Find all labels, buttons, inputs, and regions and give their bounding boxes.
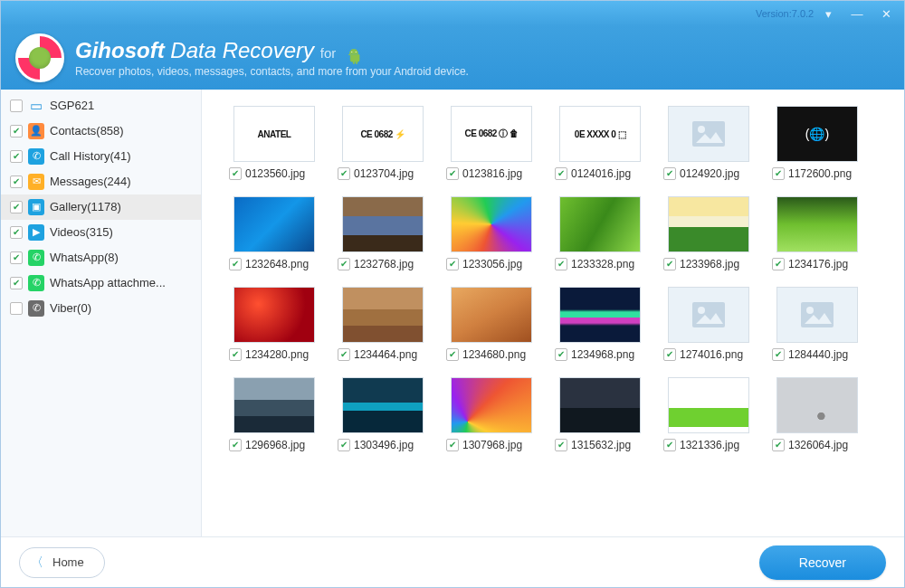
thumbnail-cell[interactable]: 1321336.jpg (658, 377, 759, 451)
checkbox[interactable] (772, 167, 785, 180)
file-name: 1315632.jpg (571, 439, 631, 451)
thumbnail-cell[interactable]: 1326064.jpg (767, 377, 868, 451)
sidebar-item-video[interactable]: ▶Videos(315) (1, 220, 201, 245)
dropdown-button[interactable]: ▾ (814, 1, 843, 26)
checkbox[interactable] (229, 348, 242, 361)
thumbnail-image (233, 196, 315, 252)
checkbox[interactable] (10, 100, 23, 112)
close-button[interactable]: ✕ (872, 1, 900, 26)
sidebar-item-viber[interactable]: ✆Viber(0) (1, 296, 201, 321)
contacts-icon: 👤 (28, 123, 44, 139)
thumbnail-cell[interactable]: 1303496.jpg (332, 377, 433, 451)
thumbnail-cell[interactable]: ANATEL0123560.jpg (224, 106, 325, 180)
thumbnail-image: CE 0682 ⚡ (342, 106, 424, 162)
sidebar-item-contacts[interactable]: 👤Contacts(858) (1, 119, 201, 144)
checkbox[interactable] (229, 167, 242, 180)
checkbox[interactable] (446, 167, 459, 180)
thumbnail-cell[interactable]: 1234464.png (332, 287, 433, 361)
file-name: 1234680.png (462, 348, 526, 361)
sidebar-item-msg[interactable]: ✉Messages(244) (1, 169, 201, 194)
sidebar-device[interactable]: ▭ SGP621 (1, 93, 201, 119)
checkbox[interactable] (338, 439, 350, 451)
checkbox[interactable] (772, 348, 785, 361)
android-icon (346, 44, 362, 61)
checkbox[interactable] (338, 348, 350, 361)
thumbnail-cell[interactable]: 1233056.jpg (441, 196, 542, 270)
header: Gihosoft Data Recovery for Recover photo… (1, 26, 904, 90)
thumbnail-cell[interactable]: 1307968.jpg (441, 377, 542, 451)
sidebar: ▭ SGP621 👤Contacts(858)✆Call History(41)… (1, 90, 202, 536)
sidebar-item-call[interactable]: ✆Call History(41) (1, 144, 201, 169)
checkbox[interactable] (446, 348, 459, 361)
checkbox[interactable] (555, 258, 567, 270)
checkbox[interactable] (338, 258, 350, 270)
checkbox[interactable] (555, 439, 567, 451)
device-label: SGP621 (50, 99, 94, 112)
video-icon: ▶ (28, 224, 44, 241)
checkbox[interactable] (446, 258, 459, 270)
msg-icon: ✉ (28, 174, 44, 190)
checkbox[interactable] (10, 277, 23, 289)
thumbnail-cell[interactable]: 1274016.png (658, 287, 759, 361)
recover-button[interactable]: Recover (759, 545, 886, 580)
thumbnail-image (342, 196, 424, 252)
file-name: 1307968.jpg (462, 439, 522, 451)
sidebar-item-label: WhatsApp attachme... (50, 276, 166, 289)
sidebar-item-label: Videos(315) (50, 225, 113, 239)
sidebar-item-gallery[interactable]: ▣Gallery(1178) (1, 194, 201, 220)
checkbox[interactable] (663, 167, 676, 180)
checkbox[interactable] (772, 439, 785, 451)
checkbox[interactable] (229, 258, 242, 270)
minimize-button[interactable]: — (843, 1, 872, 26)
checkbox[interactable] (10, 226, 23, 239)
thumbnail-cell[interactable]: 1233968.jpg (658, 196, 759, 270)
thumbnail-cell[interactable]: 1234176.jpg (767, 196, 868, 270)
checkbox[interactable] (663, 258, 676, 270)
sidebar-item-label: WhatsApp(8) (50, 251, 119, 264)
thumbnail-cell[interactable]: 1232768.jpg (332, 196, 433, 270)
checkbox[interactable] (338, 167, 350, 180)
checkbox[interactable] (446, 439, 459, 451)
checkbox[interactable] (663, 348, 676, 361)
checkbox[interactable] (555, 167, 567, 180)
thumbnail-cell[interactable]: 1234680.png (441, 287, 542, 361)
sidebar-item-whatsapp[interactable]: ✆WhatsApp attachme... (1, 270, 201, 296)
checkbox[interactable] (10, 125, 23, 138)
thumbnail-cell[interactable]: 1234280.png (224, 287, 325, 361)
file-name: 1234176.jpg (788, 258, 848, 270)
app-subtitle: Recover photos, videos, messages, contac… (75, 65, 469, 78)
thumbnail-cell[interactable]: 1315632.jpg (549, 377, 651, 451)
checkbox[interactable] (10, 201, 23, 213)
thumbnail-cell[interactable]: 1234968.png (549, 287, 651, 361)
sidebar-item-label: Gallery(1178) (50, 200, 121, 213)
checkbox[interactable] (10, 150, 23, 163)
thumbnail-cell[interactable]: CE 0682 ⚡0123704.jpg (332, 106, 433, 180)
svg-point-7 (806, 307, 814, 314)
thumbnail-cell[interactable]: 0E XXXX 0 ⬚0124016.jpg (549, 106, 651, 180)
sidebar-item-whatsapp[interactable]: ✆WhatsApp(8) (1, 245, 201, 270)
call-icon: ✆ (28, 148, 44, 165)
device-icon: ▭ (28, 98, 44, 114)
thumbnail-cell[interactable]: 1233328.png (549, 196, 651, 270)
thumbnail-image (451, 377, 532, 433)
thumbnail-cell[interactable]: CE 0682 ⓘ 🗑0123816.jpg (441, 106, 542, 180)
checkbox[interactable] (10, 175, 23, 188)
checkbox[interactable] (663, 439, 676, 451)
gallery-content: ANATEL0123560.jpgCE 0682 ⚡0123704.jpgCE … (202, 90, 904, 536)
thumbnail-image (668, 377, 749, 433)
thumbnail-cell[interactable]: 1296968.jpg (224, 377, 325, 451)
checkbox[interactable] (10, 302, 23, 315)
file-name: 0123704.jpg (354, 167, 414, 180)
thumbnail-cell[interactable]: (🌐)1172600.png (767, 106, 868, 180)
home-button[interactable]: 〈 Home (19, 547, 105, 578)
thumbnail-image (233, 287, 315, 343)
checkbox[interactable] (10, 251, 23, 264)
thumbnail-cell[interactable]: 1232648.png (224, 196, 325, 270)
thumbnail-cell[interactable]: 1284440.jpg (767, 287, 868, 361)
thumbnail-image (233, 377, 315, 433)
checkbox[interactable] (772, 258, 785, 270)
home-label: Home (52, 555, 84, 569)
thumbnail-cell[interactable]: 0124920.jpg (658, 106, 759, 180)
checkbox[interactable] (229, 439, 242, 451)
checkbox[interactable] (555, 348, 567, 361)
